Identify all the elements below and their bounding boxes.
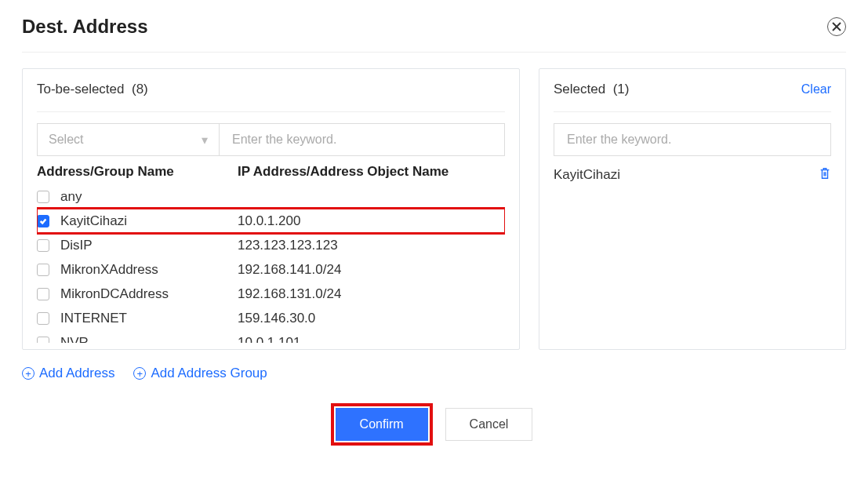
row-checkbox[interactable] bbox=[37, 191, 49, 203]
table-row[interactable]: MikronDCAddress192.168.131.0/24 bbox=[37, 282, 505, 306]
selected-heading-row: Selected (1) Clear bbox=[554, 82, 831, 112]
row-checkbox[interactable] bbox=[37, 264, 49, 276]
address-list-wrap: anyKayitCihazi10.0.1.200DisIP123.123.123… bbox=[37, 184, 505, 343]
to-be-selected-panel: To-be-selected (8) Select ▾ Address/Grou… bbox=[22, 68, 520, 350]
close-button[interactable] bbox=[827, 17, 846, 36]
row-name: MikronDCAddress bbox=[60, 286, 238, 302]
right-keyword-box[interactable] bbox=[554, 123, 831, 156]
row-checkbox[interactable] bbox=[37, 288, 49, 300]
left-filters: Select ▾ bbox=[37, 123, 505, 156]
table-row[interactable]: any bbox=[37, 184, 505, 209]
dest-address-modal: Dest. Address To-be-selected (8) Select … bbox=[0, 0, 868, 455]
to-be-selected-title: To-be-selected (8) bbox=[37, 82, 148, 97]
checkbox-cell[interactable] bbox=[37, 288, 60, 300]
row-ip: 10.0.1.101 bbox=[238, 335, 505, 344]
table-row[interactable]: MikronXAddress192.168.141.0/24 bbox=[37, 257, 505, 282]
checkbox-cell[interactable] bbox=[37, 215, 60, 227]
row-name: NVR bbox=[60, 335, 238, 344]
row-name: MikronXAddress bbox=[60, 262, 238, 278]
add-address-group-label: Add Address Group bbox=[151, 366, 267, 381]
add-address-label: Add Address bbox=[39, 366, 114, 381]
right-filters bbox=[554, 123, 831, 156]
address-list: anyKayitCihazi10.0.1.200DisIP123.123.123… bbox=[37, 184, 505, 343]
add-address-button[interactable]: + Add Address bbox=[22, 366, 114, 381]
modal-header: Dest. Address bbox=[22, 16, 846, 53]
row-checkbox[interactable] bbox=[37, 337, 49, 344]
selected-item: KayitCihazi bbox=[554, 162, 831, 187]
add-links-row: + Add Address + Add Address Group bbox=[22, 366, 846, 381]
confirm-button[interactable]: Confirm bbox=[336, 408, 428, 441]
panels: To-be-selected (8) Select ▾ Address/Grou… bbox=[22, 68, 846, 350]
row-checkbox[interactable] bbox=[37, 312, 49, 325]
checkbox-cell[interactable] bbox=[37, 191, 60, 203]
modal-title: Dest. Address bbox=[22, 16, 148, 38]
to-be-selected-heading: To-be-selected (8) bbox=[37, 82, 505, 112]
modal-footer: Confirm Cancel bbox=[22, 408, 846, 441]
selected-panel: Selected (1) Clear KayitCihazi bbox=[539, 68, 846, 350]
selected-list: KayitCihazi bbox=[554, 162, 831, 187]
filter-select-placeholder: Select bbox=[49, 133, 83, 147]
row-name: KayitCihazi bbox=[60, 213, 238, 229]
right-keyword-input[interactable] bbox=[565, 132, 819, 147]
checkbox-cell[interactable] bbox=[37, 337, 60, 344]
col-ip-header: IP Address/Address Object Name bbox=[238, 164, 505, 180]
checkbox-cell[interactable] bbox=[37, 312, 60, 325]
table-row[interactable]: DisIP123.123.123.123 bbox=[37, 233, 505, 257]
plus-circle-icon: + bbox=[22, 367, 35, 380]
left-column-headers: Address/Group Name IP Address/Address Ob… bbox=[37, 164, 505, 180]
row-checkbox[interactable] bbox=[37, 239, 49, 252]
selected-title: Selected (1) bbox=[554, 82, 629, 97]
filter-select[interactable]: Select ▾ bbox=[37, 123, 219, 156]
row-ip: 159.146.30.0 bbox=[238, 311, 505, 326]
row-name: INTERNET bbox=[60, 311, 238, 326]
selected-item-name: KayitCihazi bbox=[554, 167, 620, 183]
close-icon bbox=[832, 22, 841, 31]
left-keyword-input[interactable] bbox=[231, 132, 493, 147]
left-keyword-box[interactable] bbox=[219, 123, 505, 156]
checkbox-cell[interactable] bbox=[37, 239, 60, 252]
table-row[interactable]: INTERNET159.146.30.0 bbox=[37, 306, 505, 330]
plus-circle-icon: + bbox=[133, 367, 146, 380]
clear-button[interactable]: Clear bbox=[801, 82, 831, 96]
table-row[interactable]: KayitCihazi10.0.1.200 bbox=[37, 209, 505, 233]
row-ip: 10.0.1.200 bbox=[238, 213, 505, 229]
row-checkbox[interactable] bbox=[37, 215, 49, 227]
col-name-header: Address/Group Name bbox=[37, 164, 238, 180]
cancel-button[interactable]: Cancel bbox=[445, 408, 533, 441]
trash-icon bbox=[819, 167, 831, 180]
row-ip: 123.123.123.123 bbox=[238, 238, 505, 253]
table-row[interactable]: NVR10.0.1.101 bbox=[37, 330, 505, 343]
row-name: DisIP bbox=[60, 238, 238, 253]
row-ip: 192.168.131.0/24 bbox=[238, 286, 505, 302]
row-name: any bbox=[60, 189, 238, 205]
add-address-group-button[interactable]: + Add Address Group bbox=[133, 366, 267, 381]
chevron-down-icon: ▾ bbox=[202, 133, 208, 147]
delete-selected-button[interactable] bbox=[819, 167, 831, 184]
checkbox-cell[interactable] bbox=[37, 264, 60, 276]
row-ip: 192.168.141.0/24 bbox=[238, 262, 505, 278]
